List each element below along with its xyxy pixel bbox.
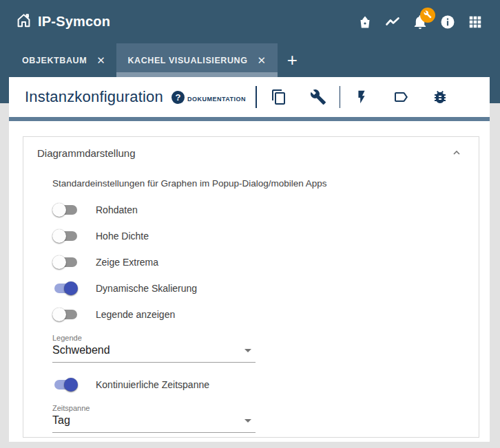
select-label: Legende — [52, 334, 256, 342]
dropdown-arrow-icon — [244, 419, 251, 423]
select-value: Schwebend — [52, 344, 110, 356]
instance-toolbar: Instanzkonfiguration ? DOKUMENTATION — [9, 77, 490, 117]
toggle-label: Rohdaten — [96, 204, 138, 215]
toggle-label: Dynamische Skalierung — [96, 283, 197, 294]
content-panel: Instanzkonfiguration ? DOKUMENTATION — [9, 77, 490, 442]
page-title: Instanzkonfiguration — [25, 88, 163, 106]
documentation-link[interactable]: ? DOKUMENTATION — [171, 91, 246, 104]
tab-close-icon[interactable]: ✕ — [96, 54, 105, 67]
header-icon-group — [357, 14, 483, 30]
rohdaten-toggle[interactable] — [52, 203, 79, 217]
card-header: Diagrammdarstellung — [37, 145, 465, 161]
flash-icon[interactable] — [342, 83, 381, 111]
notification-badge — [420, 8, 435, 23]
documentation-label: DOKUMENTATION — [187, 96, 246, 103]
activity-icon[interactable] — [384, 14, 401, 30]
tab-bar: OBJEKTBAUM ✕ KACHEL VISUALISIERUNG ✕ + — [0, 43, 500, 77]
diagram-settings-card: Diagrammdarstellung Standardeinstellunge… — [23, 136, 479, 438]
toggle-row-kontinuierliche-zeitspanne: Kontinuierliche Zeitspanne — [52, 378, 465, 392]
toggle-knob — [52, 255, 66, 269]
info-icon[interactable] — [439, 14, 456, 30]
select-value-row: Schwebend — [52, 344, 256, 363]
apps-grid-icon[interactable] — [467, 14, 483, 30]
toggle-label: Kontinuierliche Zeitspanne — [96, 379, 209, 390]
chevron-up-icon[interactable] — [448, 145, 465, 161]
wrench-icon[interactable] — [299, 83, 338, 111]
store-icon[interactable] — [357, 14, 373, 30]
home-icon — [15, 12, 32, 32]
help-icon: ? — [171, 91, 185, 104]
tab-kachel-visualisierung[interactable]: KACHEL VISUALISIERUNG ✕ — [116, 43, 277, 77]
toggle-label: Hohe Dichte — [96, 231, 149, 242]
copy-icon[interactable] — [260, 83, 299, 111]
select-label: Zeitspanne — [52, 404, 256, 412]
app-header: IP-Symcon — [0, 0, 500, 43]
panel-content: Diagrammdarstellung Standardeinstellunge… — [9, 136, 490, 438]
debug-icon[interactable] — [420, 83, 459, 111]
dynamische-skalierung-toggle[interactable] — [52, 281, 79, 295]
toggle-row-zeige-extrema: Zeige Extrema — [52, 255, 465, 269]
toggle-knob — [64, 281, 78, 295]
card-subtitle: Standardeinstellungen für Graphen im Pop… — [52, 178, 465, 189]
form-rows: Rohdaten Hohe Dichte — [52, 203, 465, 433]
tab-label: KACHEL VISUALISIERUNG — [127, 56, 247, 65]
app-title: IP-Symcon — [38, 14, 110, 30]
dropdown-arrow-icon — [244, 349, 251, 352]
toggle-knob — [52, 229, 66, 243]
toggle-label: Zeige Extrema — [96, 257, 158, 268]
scrollbar-thumb[interactable] — [490, 77, 500, 103]
legende-anzeigen-toggle[interactable] — [52, 308, 79, 321]
toggle-knob — [64, 378, 78, 392]
toggle-row-legende-anzeigen: Legende anzeigen — [52, 308, 465, 321]
kontinuierliche-zeitspanne-toggle[interactable] — [52, 378, 79, 392]
tab-label: OBJEKTBAUM — [22, 56, 87, 65]
toolbar-divider — [340, 86, 341, 108]
ip-symcon-app: IP-Symcon — [0, 0, 500, 448]
hohe-dichte-toggle[interactable] — [52, 229, 79, 243]
zeige-extrema-toggle[interactable] — [52, 255, 79, 269]
notifications-icon[interactable] — [412, 14, 428, 30]
select-value-row: Tag — [52, 414, 256, 433]
tab-objektbaum[interactable]: OBJEKTBAUM ✕ — [11, 43, 116, 77]
toolbar-divider-bar — [9, 117, 490, 121]
toggle-knob — [52, 308, 66, 321]
label-icon[interactable] — [381, 83, 420, 111]
zeitspanne-select[interactable]: Zeitspanne Tag — [52, 404, 256, 433]
toggle-knob — [52, 203, 66, 217]
toggle-row-dynamische-skalierung: Dynamische Skalierung — [52, 281, 465, 295]
legende-select[interactable]: Legende Schwebend — [52, 334, 256, 363]
select-value: Tag — [52, 414, 70, 427]
toggle-row-rohdaten: Rohdaten — [52, 203, 465, 217]
tab-close-icon[interactable]: ✕ — [258, 54, 267, 67]
card-title: Diagrammdarstellung — [37, 147, 136, 159]
wrench-icon — [424, 9, 432, 21]
tab-add-button[interactable]: + — [278, 43, 307, 77]
toggle-label: Legende anzeigen — [96, 309, 175, 320]
app-logo[interactable]: IP-Symcon — [15, 12, 110, 32]
toggle-row-hohe-dichte: Hohe Dichte — [52, 229, 465, 243]
toolbar-divider — [256, 86, 257, 108]
